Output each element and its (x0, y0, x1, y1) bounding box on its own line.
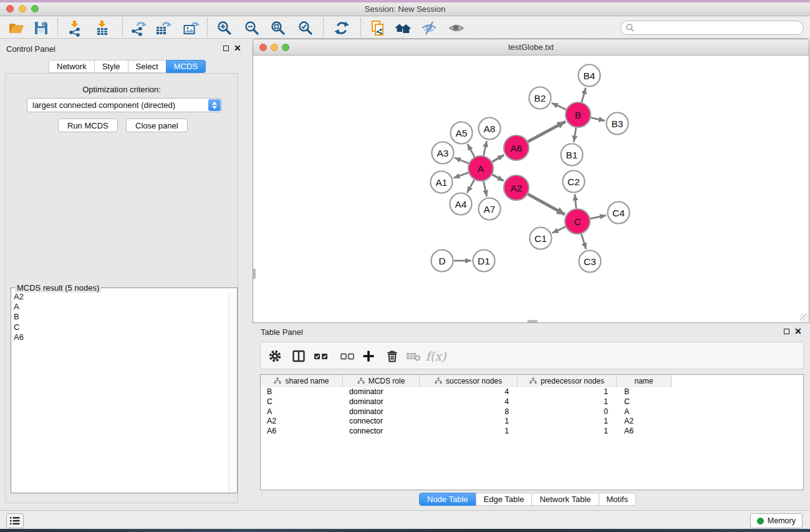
mcds-result-item[interactable]: A2 (11, 292, 228, 302)
graph-node-A2[interactable] (504, 175, 529, 200)
show-panel-list-button[interactable] (6, 513, 24, 528)
import-network-icon[interactable] (65, 19, 85, 37)
graph-node-A7[interactable] (479, 198, 501, 220)
graph-node-C3[interactable] (579, 251, 601, 273)
graph-edge-A-A3[interactable] (455, 158, 469, 163)
table-cell[interactable]: 1 (420, 427, 518, 437)
column-header-name[interactable]: name (617, 375, 672, 387)
graph-node-A1[interactable] (431, 172, 453, 193)
graph-edge-A-A7[interactable] (483, 181, 486, 197)
graph-edge-C-C1[interactable] (552, 227, 566, 233)
mcds-result-item[interactable]: A6 (11, 332, 228, 342)
tab-edge-table[interactable]: Edge Table (476, 493, 533, 506)
graph-node-A4[interactable] (450, 193, 472, 215)
export-network-icon[interactable] (128, 19, 148, 37)
memory-button[interactable]: Memory (750, 513, 803, 528)
network-minimize-icon[interactable] (271, 44, 278, 51)
table-cell[interactable]: 1 (518, 427, 617, 437)
graph-edge-B-B1[interactable] (574, 128, 576, 142)
network-window-titlebar[interactable]: testGlobe.txt (253, 39, 809, 56)
graph-node-C1[interactable] (530, 228, 552, 249)
table-cell[interactable]: dominator (343, 407, 420, 417)
table-cell[interactable]: connector (343, 427, 420, 437)
mcds-result-item[interactable]: A (11, 302, 228, 312)
show-columns-icon[interactable] (289, 347, 308, 365)
graph-node-A[interactable] (468, 156, 493, 181)
table-cell[interactable]: connector (343, 417, 420, 427)
function-builder-icon[interactable]: f(x) (427, 347, 445, 365)
graph-node-D[interactable] (432, 250, 453, 272)
mcds-result-item[interactable]: B (11, 312, 228, 322)
network-close-icon[interactable] (259, 44, 267, 51)
graph-node-C4[interactable] (608, 202, 630, 224)
table-cell[interactable] (672, 417, 803, 427)
table-settings-icon[interactable] (266, 347, 284, 365)
table-cell[interactable]: A6 (261, 427, 343, 437)
graph-edge-B-B4[interactable] (582, 88, 586, 102)
search-input[interactable] (635, 23, 791, 32)
zoom-in-icon[interactable] (215, 19, 234, 37)
float-panel-icon[interactable] (784, 329, 789, 334)
table-cell[interactable]: 0 (518, 407, 617, 417)
graph-edge-C-C4[interactable] (591, 215, 606, 218)
table-row[interactable]: A2connector11A2 (261, 417, 803, 427)
tab-network-table[interactable]: Network Table (531, 493, 599, 506)
table-cell[interactable]: 4 (420, 387, 518, 397)
tab-mcds[interactable]: MCDS (166, 60, 206, 73)
select-all-icon[interactable] (312, 347, 330, 365)
graph-node-D1[interactable] (473, 250, 495, 272)
graph-edge-A-A4[interactable] (467, 180, 475, 193)
open-session-icon[interactable] (6, 19, 26, 37)
table-cell[interactable]: A (617, 407, 672, 417)
graph-edge-A-A5[interactable] (468, 144, 475, 157)
graph-edge-A-A8[interactable] (484, 141, 487, 156)
table-row[interactable]: A6connector11A6 (261, 427, 803, 437)
graph-node-B2[interactable] (529, 87, 551, 109)
graph-edge-C-C2[interactable] (575, 194, 576, 208)
graph-edge-A2-C[interactable] (528, 194, 565, 215)
zoom-window-icon[interactable] (31, 5, 39, 12)
zoom-out-icon[interactable] (242, 19, 262, 37)
zoom-selected-icon[interactable] (296, 19, 316, 37)
graph-edge-B-B2[interactable] (552, 103, 566, 109)
table-cell[interactable]: A6 (617, 427, 672, 437)
graph-edge-A-A6[interactable] (492, 155, 504, 162)
minimize-window-icon[interactable] (19, 5, 26, 12)
table-cell[interactable]: 1 (518, 387, 617, 397)
table-row[interactable]: Bdominator41B (261, 387, 803, 397)
result-scrollbar[interactable] (228, 292, 236, 493)
graph-node-B3[interactable] (607, 113, 629, 135)
close-window-icon[interactable] (6, 5, 14, 12)
graph-node-A8[interactable] (479, 118, 501, 140)
table-cell[interactable]: B (617, 387, 672, 397)
table-cell[interactable]: 1 (420, 417, 518, 427)
table-cell[interactable]: 4 (420, 397, 518, 407)
network-zoom-icon[interactable] (282, 44, 289, 51)
deselect-all-icon[interactable] (338, 347, 357, 365)
graph-node-A3[interactable] (432, 142, 454, 164)
zoom-fit-icon[interactable] (268, 19, 288, 37)
network-canvas[interactable]: B4B2BB3A8A5A6A3B1AA1C2A2A4A7C4CC1DD1C3 (253, 56, 809, 322)
table-cell[interactable]: dominator (343, 387, 420, 397)
graph-node-B1[interactable] (561, 144, 583, 166)
home-view-icon[interactable] (393, 19, 413, 37)
close-panel-icon[interactable]: ✕ (234, 45, 241, 51)
graph-node-C[interactable] (565, 209, 590, 234)
table-row[interactable]: Cdominator41C (261, 397, 803, 407)
graph-node-C2[interactable] (563, 171, 585, 193)
column-header-shared-name[interactable]: shared name (261, 375, 343, 387)
mcds-result-list[interactable]: A2ABCA6 (11, 292, 228, 493)
table-cell[interactable] (672, 387, 803, 397)
duplicate-network-icon[interactable] (368, 19, 388, 37)
table-cell[interactable] (672, 427, 803, 437)
graph-edge-A6-B[interactable] (528, 122, 566, 142)
export-table-icon[interactable] (153, 19, 173, 37)
network-vscroll-thumb[interactable] (253, 269, 256, 279)
graph-edge-A-A1[interactable] (453, 173, 468, 178)
table-cell[interactable]: A2 (261, 417, 343, 427)
graph-node-A6[interactable] (504, 135, 529, 160)
save-session-icon[interactable] (31, 19, 51, 37)
close-panel-button[interactable]: Close panel (126, 118, 188, 132)
graph-edge-C-C3[interactable] (581, 234, 586, 249)
refresh-view-icon[interactable] (332, 19, 352, 37)
